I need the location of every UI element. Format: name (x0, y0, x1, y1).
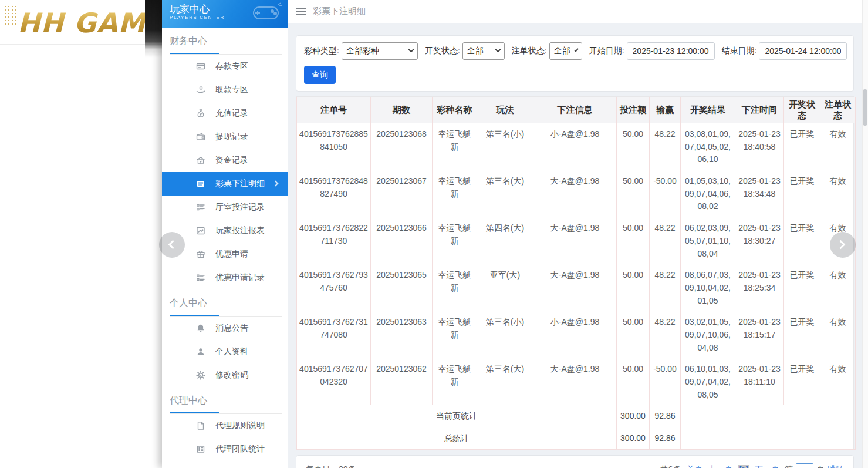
sidebar-item-修改密码[interactable]: 修改密码 (162, 363, 288, 387)
deposit-card-icon (196, 62, 205, 71)
chevron-right-icon (273, 181, 279, 187)
cell-bet-info: 小-A盘@1.98 (533, 123, 617, 170)
sidebar-item-代理规则说明[interactable]: 代理规则说明 (162, 414, 288, 437)
cell-period: 20250123068 (371, 123, 433, 170)
cell-draw-status: 已开奖 (784, 123, 820, 170)
column-header: 玩法 (477, 97, 533, 123)
column-header: 注单号 (297, 97, 371, 123)
sidebar-item-label: 代理团队统计 (215, 444, 265, 454)
search-button[interactable]: 查询 (304, 66, 336, 84)
next-page-link[interactable]: 下一页 (755, 464, 779, 468)
sidebar-item-提现记录[interactable]: 提现记录 (162, 125, 288, 149)
cell-play: 亚军(大) (477, 264, 533, 311)
sidebar-item-label: 代理规则说明 (215, 420, 265, 431)
gamepad-icon (249, 2, 283, 27)
header-dark-strip (145, 0, 162, 58)
chevron-right-icon (836, 240, 846, 250)
sidebar-item-彩票下注明细[interactable]: 彩票下注明细 (162, 172, 288, 196)
table-row: 40156917376270704232020250123062幸运飞艇新第三名… (297, 358, 856, 405)
hamburger-menu-icon[interactable] (296, 8, 306, 15)
cell-win-loss: 48.22 (650, 123, 681, 170)
cell-win-loss: 48.22 (650, 264, 681, 311)
cell-time: 2025-01-23 18:15:17 (735, 311, 784, 358)
cell-lottery: 幸运飞艇新 (433, 358, 477, 405)
cell-bet-status: 有效 (820, 170, 856, 217)
content: 彩种类型: 全部彩种 开奖状态: 全部 注单状态: (288, 23, 868, 468)
cell-period: 20250123063 (371, 311, 433, 358)
sidebar-item-充值记录[interactable]: 充值记录 (162, 102, 288, 125)
cell-play: 第三名(小) (477, 123, 533, 170)
table-row: 40156917376288584105020250123068幸运飞艇新第三名… (297, 123, 856, 170)
current-page-indicator[interactable]: [1] (738, 465, 749, 468)
collapse-right-button[interactable] (830, 232, 856, 258)
cell-win-loss: 48.22 (650, 217, 681, 264)
pagination-bar: 每页显示20条 共6条 首页 上一页 [1] 下一页 第 页 跳转 (296, 455, 854, 468)
player-center-panel: 玩家中心 PLAYERS CENTER 财务中心存款专区取款专区充值记录提现记录… (162, 0, 868, 468)
cell-bet-info: 小-A盘@1.98 (533, 311, 617, 358)
sidebar-item-厅室投注记录[interactable]: 厅室投注记录 (162, 196, 288, 219)
start-date-input[interactable] (627, 42, 715, 60)
summary-win-loss: 92.86 (650, 405, 681, 427)
cell-lottery: 幸运飞艇新 (433, 311, 477, 358)
cell-result: 03,08,01,09,07,04,05,02,06,10 (681, 123, 735, 170)
collapse-left-button[interactable] (159, 232, 185, 258)
sidebar-item-存款专区[interactable]: 存款专区 (162, 55, 288, 78)
jump-suffix-label: 页 (816, 464, 825, 468)
summary-empty (681, 427, 856, 450)
scrollbar-thumb[interactable] (863, 89, 867, 126)
sidebar-item-优惠申请记录[interactable]: 优惠申请记录 (162, 266, 288, 289)
cell-amount: 50.00 (617, 123, 650, 170)
cell-bet-id: 401569173762793475760 (297, 264, 371, 311)
cell-bet-id: 401569173762848827490 (297, 170, 371, 217)
sidebar-item-取款专区[interactable]: 取款专区 (162, 78, 288, 102)
cell-amount: 50.00 (617, 358, 650, 405)
column-header: 期数 (371, 97, 433, 123)
records-list-icon (196, 203, 205, 212)
gift-icon (196, 250, 205, 259)
sidebar-item-代理团队统计[interactable]: 代理团队统计 (162, 437, 288, 461)
cell-amount: 50.00 (617, 217, 650, 264)
chevron-down-icon (574, 47, 579, 52)
draw-status-select[interactable]: 全部 (462, 42, 505, 60)
cell-result: 03,02,01,05,09,07,10,06,04,08 (681, 311, 735, 358)
site-header: HH GAME (0, 0, 162, 45)
column-header: 下注时间 (735, 97, 784, 123)
prev-page-link[interactable]: 上一页 (708, 464, 732, 468)
first-page-link[interactable]: 首页 (686, 464, 702, 468)
page-jump-input[interactable] (796, 463, 813, 468)
cell-play: 第四名(大) (477, 217, 533, 264)
sidebar-item-资金记录[interactable]: 资金记录 (162, 149, 288, 172)
cell-win-loss: -50.00 (650, 170, 681, 217)
cell-amount: 50.00 (617, 170, 650, 217)
bet-status-select[interactable]: 全部 (549, 42, 582, 60)
draw-status-label: 开奖状态: (425, 46, 460, 56)
cell-bet-info: 大-A盘@1.98 (533, 170, 617, 217)
cell-lottery: 幸运飞艇新 (433, 264, 477, 311)
cell-amount: 50.00 (617, 264, 650, 311)
cell-amount: 50.00 (617, 311, 650, 358)
bet-status-value: 全部 (554, 46, 570, 56)
cell-bet-status: 有效 (820, 358, 856, 405)
lottery-type-select[interactable]: 全部彩种 (342, 42, 418, 60)
cell-win-loss: 48.22 (650, 311, 681, 358)
sidebar-item-label: 资金记录 (215, 155, 248, 166)
topbar: 彩票下注明细 (288, 0, 868, 23)
cell-bet-id: 401569173762707042320 (297, 358, 371, 405)
sidebar-item-label: 优惠申请 (215, 249, 248, 260)
cell-bet-info: 大-A盘@1.98 (533, 264, 617, 311)
chevron-left-icon (168, 240, 178, 250)
gear-icon (196, 371, 205, 380)
sidebar-item-消息公告[interactable]: 消息公告 (162, 317, 288, 340)
scrollbar-track[interactable] (862, 0, 868, 468)
sidebar-item-label: 彩票下注明细 (215, 179, 265, 189)
cell-bet-id: 401569173762822711730 (297, 217, 371, 264)
sidebar-section-head: 代理中心 (162, 387, 288, 414)
sidebar-item-个人资料[interactable]: 个人资料 (162, 340, 288, 363)
cell-time: 2025-01-23 18:30:27 (735, 217, 784, 264)
cell-period: 20250123065 (371, 264, 433, 311)
bet-status-label: 注单状态: (512, 46, 547, 56)
cell-play: 第三名(大) (477, 170, 533, 217)
jump-button[interactable]: 跳转 (828, 464, 844, 468)
end-date-input[interactable] (759, 42, 847, 60)
column-header: 输赢 (650, 97, 681, 123)
